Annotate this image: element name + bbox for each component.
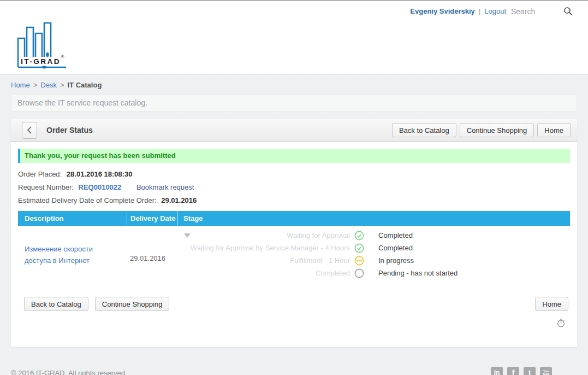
breadcrumb-separator: > — [33, 81, 38, 89]
home-button[interactable]: Home — [537, 123, 571, 137]
order-placed-row: Order Placed: 28.01.2016 18:08:30 — [18, 168, 570, 181]
copyright-text: © 2016 IT-GRAD. All rights reserved. — [11, 369, 127, 375]
stage-row-completed: Completed Pending - has not started — [177, 267, 570, 279]
chevron-left-icon — [27, 126, 32, 134]
continue-shopping-button[interactable]: Continue Shopping — [460, 123, 534, 137]
search-input[interactable] — [511, 7, 555, 16]
stage-completed-icon — [354, 231, 364, 241]
order-placed-value: 28.01.2016 18:08:30 — [67, 170, 133, 178]
stage-label: Waiting for Approval — [177, 231, 350, 239]
itgrad-logo-icon: IT-GRAD ® — [14, 20, 68, 71]
column-stage: Stage — [177, 211, 570, 226]
breadcrumb-home[interactable]: Home — [11, 81, 30, 89]
stage-status: Completed — [378, 244, 413, 252]
home-button-bottom[interactable]: Home — [535, 297, 568, 311]
user-topbar: Evgeniy Sviderskiy | Logout — [410, 7, 573, 16]
estimated-delivery-row: Estimated Delivery Date of Complete Orde… — [18, 194, 570, 207]
order-placed-label: Order Placed: — [18, 170, 62, 178]
column-description: Description — [18, 211, 127, 226]
stage-collapse-triangle-icon[interactable] — [184, 233, 191, 238]
breadcrumb: Home > Desk > IT Catalog — [0, 75, 588, 92]
stage-label: Completed — [177, 269, 350, 277]
social-links: in f t You Tube — [491, 367, 552, 375]
order-status-panel: Order Status Back to Catalog Continue Sh… — [11, 119, 577, 347]
request-number-row: Request Number: REQ0010022 Bookmark requ… — [18, 181, 570, 194]
request-number-label: Request Number: — [18, 183, 74, 191]
breadcrumb-current: IT Catalog — [68, 81, 102, 89]
success-message: Thank you, your request has been submitt… — [18, 149, 570, 163]
column-delivery-date: Delivery Date — [127, 211, 177, 226]
breadcrumb-separator: > — [60, 81, 64, 89]
stage-row-fulfillment: Fulfillment - 1 Hour In progress — [177, 254, 570, 267]
continue-shopping-button-bottom[interactable]: Continue Shopping — [95, 297, 170, 311]
breadcrumb-desk[interactable]: Desk — [40, 81, 57, 89]
bookmark-request-link[interactable]: Bookmark request — [136, 183, 194, 191]
search-icon[interactable] — [563, 7, 573, 16]
page-header: Evgeniy Sviderskiy | Logout IT-GRAD ® — [0, 1, 588, 75]
panel-header: Order Status Back to Catalog Continue Sh… — [11, 119, 577, 142]
stage-row-manager-approval: Waiting for Approval by Service Manager … — [177, 242, 570, 254]
stage-pending-icon — [354, 268, 364, 278]
stage-row-waiting-approval: Waiting for Approval Completed — [177, 229, 570, 242]
page-title: Order Status — [46, 126, 93, 134]
topbar-separator: | — [479, 7, 480, 15]
catalog-info-bar: Browse the IT service request catalog. — [11, 95, 577, 112]
stage-label: Fulfillment - 1 Hour — [177, 256, 350, 265]
header-actions: Back to Catalog Continue Shopping Home — [392, 123, 571, 137]
back-button[interactable] — [22, 122, 37, 139]
stage-in-progress-icon — [354, 256, 364, 266]
stage-status: In progress — [378, 256, 414, 265]
stage-completed-icon — [354, 243, 364, 253]
logout-link[interactable]: Logout — [484, 7, 506, 15]
stage-status: Completed — [378, 231, 413, 239]
estimated-delivery-value: 29.01.2016 — [161, 196, 197, 204]
back-to-catalog-button-bottom[interactable]: Back to Catalog — [24, 297, 88, 311]
facebook-icon[interactable]: f — [507, 367, 519, 375]
table-header: Description Delivery Date Stage — [18, 211, 570, 226]
twitter-icon[interactable]: t — [524, 367, 536, 375]
user-name-link[interactable]: Evgeniy Sviderskiy — [410, 7, 475, 15]
logo-registered-mark: ® — [61, 54, 64, 59]
table-row: Изменение скорости доступа в Интернет 29… — [18, 226, 570, 285]
order-details: Order Placed: 28.01.2016 18:08:30 Reques… — [18, 168, 570, 207]
stage-label: Waiting for Approval by Service Manager … — [177, 244, 350, 252]
request-item-link[interactable]: Изменение скорости доступа в Интернет — [25, 245, 93, 265]
timer-row — [22, 318, 566, 330]
linkedin-icon[interactable]: in — [491, 367, 503, 375]
description-cell: Изменение скорости доступа в Интернет — [18, 229, 127, 279]
page-footer: © 2016 IT-GRAD. All rights reserved. in … — [0, 367, 588, 375]
stage-cell: Waiting for Approval Completed Waiting f… — [177, 229, 570, 279]
bottom-actions: Back to Catalog Continue Shopping Home — [24, 297, 568, 311]
estimated-delivery-label: Estimated Delivery Date of Complete Orde… — [18, 196, 157, 204]
back-to-catalog-button[interactable]: Back to Catalog — [392, 123, 456, 137]
itgrad-logo[interactable]: IT-GRAD ® — [14, 20, 68, 73]
stopwatch-icon[interactable] — [556, 318, 566, 330]
stage-status: Pending - has not started — [378, 269, 458, 277]
delivery-date-cell: 29.01.2016 — [127, 229, 177, 279]
logo-text: IT-GRAD — [21, 57, 61, 66]
request-number-link[interactable]: REQ0010022 — [79, 183, 122, 191]
youtube-icon[interactable]: You Tube — [540, 367, 552, 375]
